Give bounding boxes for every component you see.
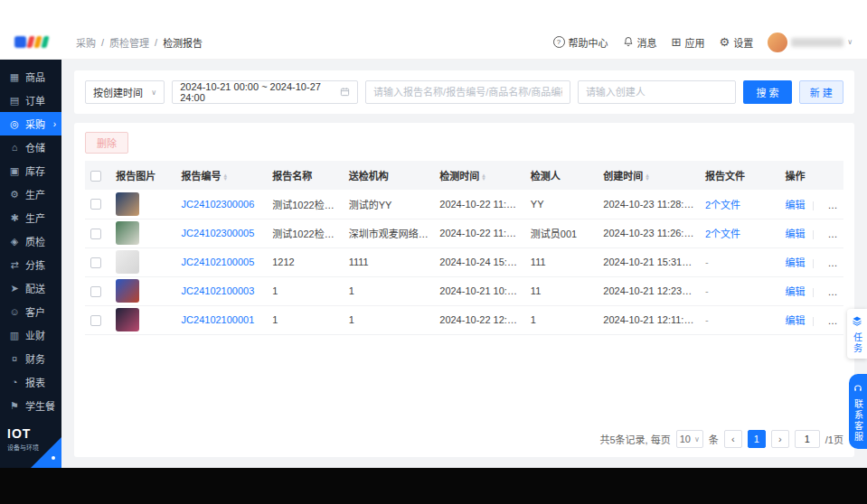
creator-input[interactable] — [578, 80, 737, 104]
sidebar-item-production-2[interactable]: ✱ 生产 › — [0, 206, 61, 229]
table-row: JC24102300005 测试1022检测报告 深圳市观麦网络科技 2024-… — [85, 219, 843, 247]
keyword-input[interactable] — [365, 80, 570, 104]
pagination: 共5条记录, 每页 10 ∨ 条 ‹ 1 › /1页 — [85, 421, 843, 448]
sidebar-item-icon: ⚑ — [9, 400, 20, 412]
report-image-thumbnail[interactable] — [116, 192, 139, 216]
agency-cell: 深圳市观麦网络科技 — [344, 219, 435, 247]
sidebar-item-business-finance[interactable]: ▥ 业财 › — [0, 323, 61, 347]
sidebar-item-customers[interactable]: ☺ 客户 › — [0, 300, 61, 323]
messages-button[interactable]: 消息 — [623, 35, 657, 50]
sidebar-item-icon: ⇄ — [9, 259, 20, 271]
col-report-no[interactable]: 报告编号▴▾ — [176, 161, 268, 190]
edit-link[interactable]: 编辑 — [786, 257, 806, 268]
bulk-delete-button[interactable]: 删除 — [85, 132, 128, 154]
report-no-link[interactable]: JC24102100001 — [182, 314, 255, 325]
time-type-select[interactable]: 按创建时间 ∨ — [85, 80, 165, 104]
gear-icon: ⚙ — [719, 36, 730, 48]
sidebar-item-label: 质检 — [25, 234, 45, 248]
sidebar-item-orders[interactable]: ▤ 订单 › — [0, 89, 61, 112]
page-1-button[interactable]: 1 — [748, 430, 766, 448]
col-report-image: 报告图片 — [110, 161, 175, 190]
report-no-link[interactable]: JC24102300006 — [182, 199, 255, 210]
report-image-thumbnail[interactable] — [116, 279, 139, 303]
prev-page-button[interactable]: ‹ — [724, 430, 742, 448]
page-count-label: /1页 — [825, 432, 843, 446]
sidebar-item-student-meal[interactable]: ⚑ 学生餐 › — [0, 394, 61, 417]
row-checkbox[interactable] — [90, 315, 101, 326]
report-no-link[interactable]: JC24102300005 — [182, 228, 255, 238]
created-time-cell: 2024-10-21 12:23:07 — [598, 276, 700, 305]
sidebar-item-sorting[interactable]: ⇄ 分拣 › — [0, 253, 61, 276]
col-created-time[interactable]: 创建时间▴▾ — [598, 161, 700, 190]
sidebar-item-icon: ◔ — [9, 377, 20, 387]
sidebar-item-icon: ◎ — [9, 118, 20, 130]
edit-link[interactable]: 编辑 — [786, 286, 806, 297]
report-no-link[interactable]: JC24102100005 — [182, 257, 255, 267]
report-files[interactable]: 2个文件 — [705, 200, 740, 210]
sidebar-item-label: 配送 — [25, 281, 45, 295]
sidebar-item-label: 商品 — [25, 70, 45, 84]
sidebar-item-delivery[interactable]: ➤ 配送 › — [0, 276, 61, 300]
sidebar-item-label: 学生餐 — [25, 398, 55, 413]
bottom-letterbox-bar — [0, 468, 867, 504]
table-header-row: 报告图片 报告编号▴▾ 报告名称 送检机构 检测时间▴▾ 检测人 创建时间▴▾ … — [85, 161, 843, 190]
report-no-link[interactable]: JC24102100003 — [182, 285, 255, 296]
calendar-icon — [340, 87, 350, 98]
page-jump-input[interactable] — [795, 430, 820, 448]
row-checkbox[interactable] — [90, 229, 101, 239]
sidebar-item-warehouse[interactable]: ⌂ 仓储 › — [0, 135, 61, 159]
table-row: JC24102100001 1 1 2024-10-22 12:10:00 1 … — [85, 305, 843, 334]
sidebar-item-label: 采购 — [25, 117, 45, 131]
task-fab-button[interactable]: 任务 — [847, 309, 867, 359]
sidebar-item-label: 财务 — [25, 351, 45, 366]
row-checkbox[interactable] — [90, 257, 101, 268]
breadcrumb-item[interactable]: 质检管理 — [109, 35, 149, 50]
sidebar-item-icon: ▦ — [9, 71, 20, 83]
sidebar-item-goods[interactable]: ▦ 商品 › — [0, 65, 61, 89]
tester-cell: 111 — [525, 247, 598, 276]
report-name-cell: 测试1022检测报告 — [267, 219, 344, 247]
sort-icon[interactable]: ▴▾ — [224, 173, 228, 182]
row-checkbox[interactable] — [90, 286, 101, 297]
select-all-checkbox[interactable] — [90, 171, 101, 182]
search-button[interactable]: 搜 索 — [743, 80, 791, 104]
date-range-input[interactable]: 2024-10-21 00:00 ~ 2024-10-27 24:00 — [172, 80, 358, 104]
edit-link[interactable]: 编辑 — [786, 315, 806, 326]
create-button[interactable]: 新 建 — [799, 80, 843, 104]
report-files: - — [705, 257, 709, 267]
apps-button[interactable]: ⊞ 应用 — [672, 35, 705, 50]
edit-link[interactable]: 编辑 — [786, 229, 806, 239]
table-row: JC24102100005 1212 1111 2024-10-24 15:30… — [85, 247, 843, 276]
page-size-select[interactable]: 10 ∨ — [676, 430, 703, 448]
sidebar-item-finance[interactable]: ¤ 财务 › — [0, 347, 61, 370]
report-files[interactable]: 2个文件 — [705, 229, 740, 239]
divider — [813, 317, 814, 326]
col-test-time[interactable]: 检测时间▴▾ — [434, 161, 525, 190]
sort-icon[interactable]: ▴▾ — [482, 173, 485, 182]
next-page-button[interactable]: › — [771, 430, 789, 448]
logo-zone[interactable] — [0, 36, 61, 48]
sidebar-item-reports[interactable]: ◔ 报表 › — [0, 370, 61, 394]
breadcrumb-separator: / — [101, 37, 104, 48]
agency-cell: 测试的YY — [344, 190, 435, 219]
sidebar-item-procurement[interactable]: ◎ 采购 › — [0, 112, 61, 135]
sidebar-item-inventory[interactable]: ▣ 库存 › — [0, 159, 61, 182]
customer-service-fab-button[interactable]: 联系客服 — [849, 374, 867, 449]
main-content: 按创建时间 ∨ 2024-10-21 00:00 ~ 2024-10-27 24… — [61, 60, 867, 468]
report-image-thumbnail[interactable] — [116, 221, 139, 245]
help-center-button[interactable]: ? 帮助中心 — [553, 35, 608, 50]
sidebar-item-quality[interactable]: ◈ 质检 › — [0, 229, 61, 253]
tester-cell: 测试员001 — [525, 219, 598, 247]
settings-button[interactable]: ⚙ 设置 — [719, 35, 753, 50]
test-time-cell: 2024-10-22 12:10:00 — [434, 305, 525, 334]
username-blurred — [791, 38, 843, 47]
row-checkbox[interactable] — [90, 199, 101, 210]
account-menu[interactable]: ∨ — [768, 33, 853, 52]
sidebar-item-production-1[interactable]: ⚙ 生产 › — [0, 182, 61, 206]
sidebar-iot-section[interactable]: IOT 设备与环境 — [0, 419, 61, 468]
breadcrumb-item[interactable]: 采购 — [76, 35, 96, 50]
edit-link[interactable]: 编辑 — [786, 200, 806, 210]
report-image-thumbnail[interactable] — [116, 308, 139, 331]
report-image-thumbnail[interactable] — [116, 250, 139, 274]
sort-icon[interactable]: ▴▾ — [646, 173, 649, 182]
